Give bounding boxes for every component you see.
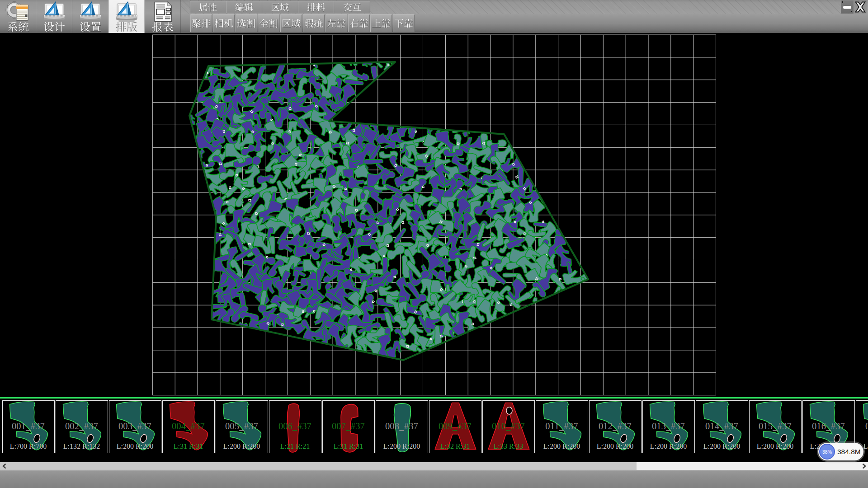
piece-cell-10[interactable]: 010_#37L:33 R:33 <box>482 400 535 453</box>
report-doc-icon-svg <box>151 1 175 22</box>
piece-lr-counts: L:200 R:200 <box>109 442 161 450</box>
piece-cell-15[interactable]: 015_#37L:200 R:200 <box>749 400 802 453</box>
piece-cell-2[interactable]: 002_#37L:132 R:132 <box>56 400 108 453</box>
minimize-button[interactable] <box>841 0 854 14</box>
cjk-text-svg <box>349 19 368 28</box>
menu-tab-3[interactable]: 区域 <box>262 1 298 13</box>
piece-cell-7[interactable]: 007_#37L:31 R:31 <box>322 400 375 453</box>
piece-cell-11[interactable]: 011_#37L:200 R:200 <box>536 400 588 453</box>
piece-lr-counts: L:31 R:31 <box>323 442 374 450</box>
piece-name: 003_#37 <box>109 421 161 432</box>
menu-tab-2[interactable]: 编辑 <box>226 1 262 13</box>
toolbar-button-5[interactable]: 报表 <box>145 0 181 33</box>
tool-button-3[interactable]: 选割 <box>236 14 257 32</box>
tool-button-label: 右靠 <box>349 19 368 28</box>
cjk-text-svg <box>237 19 256 28</box>
piece-name: 005_#37 <box>216 421 268 432</box>
ruler-board-icon-svg <box>78 1 103 23</box>
piece-name: 014_#37 <box>696 421 748 432</box>
piece-lr-counts: L:21 R:21 <box>269 442 321 450</box>
piece-cell-1[interactable]: 001_#37L:700 R:700 <box>2 400 55 453</box>
minimize-icon <box>841 0 854 14</box>
toolbar-button-1[interactable]: 系统 <box>0 0 36 33</box>
tool-button-label: 左靠 <box>327 19 346 28</box>
tool-button-label: 上靠 <box>372 19 391 28</box>
tool-button-label: 下靠 <box>394 19 413 28</box>
tool-button-label: 全割 <box>259 19 278 28</box>
tool-button-7[interactable]: 左靠 <box>326 14 347 32</box>
report-document-icon <box>155 2 172 22</box>
left-chevron-icon <box>2 464 6 469</box>
cjk-text-svg <box>199 3 217 12</box>
tool-button-8[interactable]: 右靠 <box>348 14 370 32</box>
percent-value: 38% <box>822 449 832 455</box>
cjk-text-svg <box>192 19 211 28</box>
piece-name: 016_#37 <box>803 421 854 432</box>
tool-button-label: 聚排 <box>192 19 211 28</box>
piece-name: 006_#37 <box>269 421 321 432</box>
window-controls <box>840 0 867 14</box>
cjk-text-svg <box>304 19 323 28</box>
piece-lr-counts: L:33 R:33 <box>483 442 534 450</box>
cjk-text-svg <box>372 19 391 28</box>
tool-button-9[interactable]: 上靠 <box>370 14 392 32</box>
status-bar <box>0 470 868 488</box>
piece-name: 017_#37 <box>856 421 868 432</box>
top-toolbar: 系统 设计 <box>0 0 868 33</box>
piece-lr-counts: L:200 R:200 <box>536 442 588 450</box>
tool-button-5[interactable]: 区域 <box>280 14 302 32</box>
horizontal-scrollbar[interactable] <box>0 462 868 470</box>
toolbar-button-caption: 设计 <box>36 21 72 32</box>
piece-cell-3[interactable]: 003_#37L:200 R:200 <box>109 400 161 453</box>
piece-name: 009_#37 <box>429 421 481 432</box>
tool-button-10[interactable]: 下靠 <box>393 14 415 32</box>
piece-cell-14[interactable]: 014_#37L:200 R:200 <box>696 400 748 453</box>
piece-cell-5[interactable]: 005_#37L:200 R:200 <box>216 400 268 453</box>
piece-name: 010_#37 <box>483 421 534 432</box>
tool-button-label: 相机 <box>214 19 233 28</box>
piece-lr-counts: L:200 R:200 <box>376 442 428 450</box>
nesting-canvas[interactable] <box>0 33 868 397</box>
close-button[interactable] <box>854 0 867 14</box>
piece-cell-4[interactable]: 004_#37L:31 R:31 <box>162 400 215 453</box>
piece-cell-13[interactable]: 013_#37L:200 R:200 <box>642 400 695 453</box>
percent-circle: 38% <box>819 444 835 460</box>
ruler-board-icon-svg <box>114 1 139 23</box>
menu-tab-label: 排料 <box>307 2 325 11</box>
tool-button-6[interactable]: 瑕疵 <box>303 14 325 32</box>
toolbar-button-3[interactable]: 设置 <box>72 0 108 33</box>
piece-cell-12[interactable]: 012_#37L:200 R:200 <box>589 400 642 453</box>
toolbar-button-label: 系统 <box>7 22 29 30</box>
piece-lr-counts: L:200 R:200 <box>590 442 641 450</box>
cjk-text-svg <box>394 19 413 28</box>
piece-name: 008_#37 <box>376 421 428 432</box>
close-icon <box>854 0 867 14</box>
menu-tab-4[interactable]: 排料 <box>298 1 334 13</box>
piece-lr-counts: L:200 R:200 <box>750 442 801 450</box>
piece-cell-6[interactable]: 006_#37L:21 R:21 <box>269 400 321 453</box>
cjk-text-svg <box>282 19 301 28</box>
cjk-text-svg <box>259 19 278 28</box>
cjk-text-svg <box>327 19 346 28</box>
toolbar-button-caption: 设置 <box>72 21 108 32</box>
tool-button-4[interactable]: 全割 <box>258 14 279 32</box>
menu-tab-label: 属性 <box>199 2 217 11</box>
scrollbar-thumb[interactable] <box>0 462 637 470</box>
scroll-left-button[interactable] <box>0 462 8 470</box>
menu-tab-label: 编辑 <box>235 2 253 11</box>
toolbar-button-caption: 系统 <box>0 21 36 32</box>
piece-cell-9[interactable]: 009_#37L:32 R:31 <box>429 400 481 453</box>
menu-tab-5[interactable]: 交互 <box>334 1 370 13</box>
toolbar-button-label: 排版 <box>116 22 137 30</box>
scroll-right-button[interactable] <box>860 462 868 470</box>
tool-button-2[interactable]: 相机 <box>213 14 235 32</box>
piece-cell-8[interactable]: 008_#37L:200 R:200 <box>376 400 428 453</box>
toolbar-button-2[interactable]: 设计 <box>36 0 72 33</box>
toolbar-button-4[interactable]: 排版 <box>108 0 145 33</box>
toolbar-button-caption: 排版 <box>108 21 145 32</box>
toolbar-button-label: 设置 <box>80 22 101 30</box>
tool-button-1[interactable]: 聚排 <box>190 14 212 32</box>
menu-tab-label: 区域 <box>271 2 289 11</box>
menu-tab-1[interactable]: 属性 <box>190 1 226 13</box>
memory-badge: 38% 384.8M <box>818 443 863 460</box>
